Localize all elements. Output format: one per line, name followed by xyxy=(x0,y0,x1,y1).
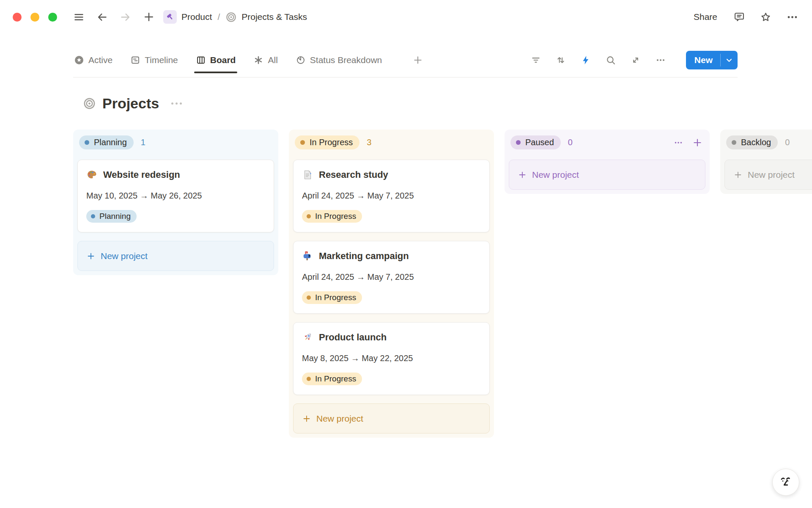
view-more-icon[interactable] xyxy=(654,54,667,66)
close-window-button[interactable] xyxy=(13,13,22,22)
card-status-tag: In Progress xyxy=(302,210,362,223)
card-date-range: May 10, 2025 → May 26, 2025 xyxy=(86,191,265,201)
project-card-research-study[interactable]: Research study April 24, 2025 → May 7, 2… xyxy=(293,160,490,232)
board-column-planning: Planning 1 Website redesign May 10, 2025… xyxy=(73,130,278,275)
status-dot xyxy=(300,140,305,145)
chevron-down-icon[interactable] xyxy=(721,51,738,69)
view-tab-bar: Active Timeline Board All xyxy=(73,51,738,77)
hammer-icon xyxy=(163,10,177,24)
status-dot xyxy=(91,214,95,218)
new-page-icon[interactable] xyxy=(142,10,156,24)
traffic-lights xyxy=(13,13,57,22)
breadcrumb-item-page[interactable]: Projects & Tasks xyxy=(225,11,307,23)
breadcrumb-item-product[interactable]: Product xyxy=(163,10,212,24)
plus-icon xyxy=(733,170,743,179)
mailbox-emoji xyxy=(302,251,313,262)
favorite-star-icon[interactable] xyxy=(759,10,773,24)
card-date-range: April 24, 2025 → May 7, 2025 xyxy=(302,191,481,201)
card-title: Research study xyxy=(319,169,388,180)
zoom-window-button[interactable] xyxy=(48,13,57,22)
column-status-pill[interactable]: In Progress xyxy=(295,135,359,149)
tab-active[interactable]: Active xyxy=(73,55,113,65)
title-more-icon[interactable] xyxy=(171,102,182,105)
comments-icon[interactable] xyxy=(732,10,746,24)
tab-timeline[interactable]: Timeline xyxy=(129,55,179,65)
column-more-icon[interactable] xyxy=(672,137,684,149)
new-project-button[interactable]: New project xyxy=(724,160,812,190)
board-column-in-progress: In Progress 3 Research study April 24, 2… xyxy=(289,130,494,438)
breadcrumb-label: Product xyxy=(181,12,212,22)
tab-all[interactable]: All xyxy=(252,55,278,65)
breadcrumb: Product / Projects & Tasks xyxy=(163,10,307,24)
board-icon xyxy=(196,55,206,65)
target-icon xyxy=(225,11,237,23)
card-title: Website redesign xyxy=(103,169,180,180)
project-card-website-redesign[interactable]: Website redesign May 10, 2025 → May 26, … xyxy=(77,160,274,232)
lightning-icon[interactable] xyxy=(579,54,592,66)
tab-board[interactable]: Board xyxy=(195,55,237,65)
sidebar-toggle-icon[interactable] xyxy=(72,11,85,24)
plus-icon xyxy=(302,414,311,423)
column-add-icon[interactable] xyxy=(691,136,704,149)
card-title: Product launch xyxy=(319,332,387,343)
plus-icon xyxy=(86,251,96,261)
timeline-icon xyxy=(130,55,140,65)
page-title[interactable]: Projects xyxy=(102,95,159,112)
search-icon[interactable] xyxy=(604,54,617,66)
card-title: Marketing campaign xyxy=(319,251,409,262)
status-dot xyxy=(307,295,311,300)
filter-icon[interactable] xyxy=(529,54,542,66)
target-icon xyxy=(83,97,96,110)
board-column-backlog: Backlog 0 New project xyxy=(720,130,812,194)
card-date-range: May 8, 2025 → May 22, 2025 xyxy=(302,353,481,363)
more-options-icon[interactable] xyxy=(785,10,799,24)
status-dot xyxy=(307,377,311,381)
status-dot xyxy=(516,140,521,145)
board-column-paused: Paused 0 New project xyxy=(505,130,710,194)
plus-icon xyxy=(518,170,527,179)
asterisk-icon xyxy=(253,55,263,65)
sort-icon[interactable] xyxy=(554,54,567,66)
card-status-tag: In Progress xyxy=(302,291,362,304)
column-status-pill[interactable]: Paused xyxy=(510,135,561,149)
breadcrumb-label: Projects & Tasks xyxy=(241,12,307,22)
add-view-icon[interactable] xyxy=(411,54,424,66)
status-dot xyxy=(85,140,89,145)
pie-chart-icon xyxy=(296,55,306,65)
expand-icon[interactable] xyxy=(629,54,642,66)
column-count: 3 xyxy=(367,138,371,147)
star-circle-icon xyxy=(74,55,84,65)
card-status-tag: In Progress xyxy=(302,373,362,385)
palette-emoji xyxy=(86,169,97,180)
forward-icon[interactable] xyxy=(119,11,132,24)
new-project-button[interactable]: New project xyxy=(77,241,274,271)
column-status-pill[interactable]: Planning xyxy=(79,135,134,149)
kanban-board: Planning 1 Website redesign May 10, 2025… xyxy=(0,130,812,438)
notion-ai-face-button[interactable] xyxy=(772,469,799,496)
column-count: 1 xyxy=(141,138,145,147)
column-count: 0 xyxy=(785,138,790,147)
column-count: 0 xyxy=(568,138,573,147)
card-date-range: April 24, 2025 → May 7, 2025 xyxy=(302,272,481,282)
new-button[interactable]: New xyxy=(686,51,738,69)
column-status-pill[interactable]: Backlog xyxy=(726,135,778,149)
window-titlebar: Product / Projects & Tasks Share xyxy=(0,0,812,34)
back-icon[interactable] xyxy=(96,11,109,24)
rocket-emoji xyxy=(302,332,313,343)
breadcrumb-separator: / xyxy=(217,12,220,22)
share-button[interactable]: Share xyxy=(691,10,720,24)
project-card-product-launch[interactable]: Product launch May 8, 2025 → May 22, 202… xyxy=(293,322,490,395)
face-icon xyxy=(778,474,794,490)
app-window: Product / Projects & Tasks Share xyxy=(0,0,812,508)
status-dot xyxy=(732,140,736,145)
card-status-tag: Planning xyxy=(86,210,137,223)
new-project-button[interactable]: New project xyxy=(509,160,705,190)
minimize-window-button[interactable] xyxy=(30,13,39,22)
project-card-marketing-campaign[interactable]: Marketing campaign April 24, 2025 → May … xyxy=(293,241,490,314)
status-dot xyxy=(307,214,311,218)
new-project-button[interactable]: New project xyxy=(293,403,490,433)
document-emoji xyxy=(302,169,313,180)
tab-status-breakdown[interactable]: Status Breakdown xyxy=(295,55,383,65)
